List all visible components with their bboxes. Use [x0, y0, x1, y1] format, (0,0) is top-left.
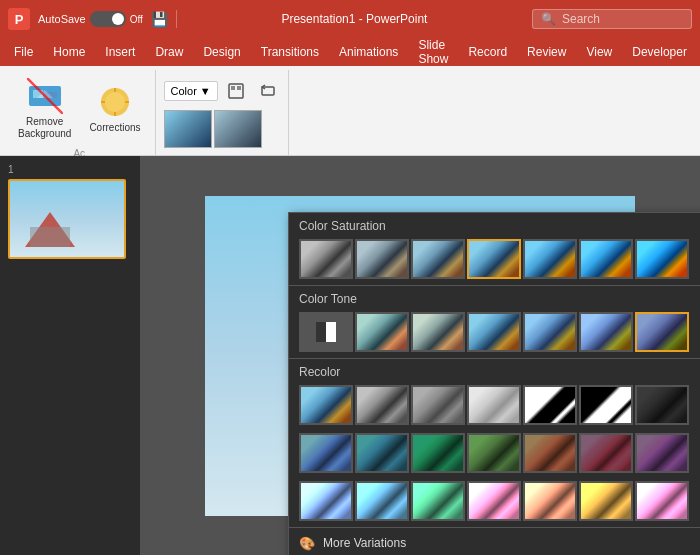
color-saturation-row — [289, 237, 700, 285]
ribbon-group-adjust: RemoveBackground Corrections Ac — [4, 70, 156, 155]
menu-review[interactable]: Review — [517, 41, 576, 63]
separator — [176, 10, 177, 28]
save-icon[interactable]: 💾 — [151, 11, 168, 27]
color-tone-row — [289, 310, 700, 358]
app-logo: P — [8, 8, 30, 30]
menu-record[interactable]: Record — [458, 41, 517, 63]
recolor-rose-light[interactable] — [635, 481, 689, 521]
corrections-button[interactable]: Corrections — [81, 80, 148, 138]
ribbon: RemoveBackground Corrections Ac — [0, 66, 700, 156]
menu-animations[interactable]: Animations — [329, 41, 408, 63]
slide-number: 1 — [8, 164, 132, 175]
saturation-swatch-0[interactable] — [299, 239, 353, 279]
color-dropdown-button[interactable]: Color ▼ — [164, 81, 218, 101]
color-swatch-preview-1 — [164, 110, 212, 148]
tone-swatch-3[interactable] — [411, 312, 465, 352]
search-box[interactable]: 🔍 — [532, 9, 692, 29]
menu-file[interactable]: File — [4, 41, 43, 63]
toggle-off-label: Off — [130, 14, 143, 25]
more-variations-icon: 🎨 — [299, 535, 315, 551]
svg-rect-16 — [30, 227, 70, 247]
recolor-black[interactable] — [523, 385, 577, 425]
saturation-swatch-66[interactable] — [411, 239, 465, 279]
menu-bar: File Home Insert Draw Design Transitions… — [0, 38, 700, 66]
autosave-label: AutoSave — [38, 13, 86, 25]
menu-design[interactable]: Design — [193, 41, 250, 63]
slide-panel: 1 — [0, 156, 140, 555]
remove-bg-icon — [27, 78, 63, 114]
menu-view[interactable]: View — [576, 41, 622, 63]
color-label: Color — [171, 85, 197, 97]
recolor-title: Recolor — [289, 359, 700, 383]
tone-swatch-6[interactable] — [579, 312, 633, 352]
slide-thumbnail[interactable] — [8, 179, 126, 259]
recolor-teal[interactable] — [355, 433, 409, 473]
chevron-down-icon: ▼ — [200, 85, 211, 97]
menu-slideshow[interactable]: Slide Show — [408, 34, 458, 70]
svg-rect-18 — [326, 322, 336, 342]
ribbon-small-row: RemoveBackground Corrections — [10, 74, 149, 144]
recolor-grayscale[interactable] — [355, 385, 409, 425]
recolor-orange-light[interactable] — [523, 481, 577, 521]
color-tone-title: Color Tone — [289, 286, 700, 310]
ribbon-group-color: Color ▼ — [158, 70, 289, 155]
recolor-row-1 — [289, 383, 700, 431]
recolor-blue[interactable] — [299, 433, 353, 473]
recolor-gold-light[interactable] — [579, 481, 633, 521]
saturation-swatch-133[interactable] — [523, 239, 577, 279]
canvas-area: The WindowsClub k to a Click to add Colo… — [140, 156, 700, 555]
recolor-row-3 — [289, 479, 700, 527]
recolor-row-2 — [289, 431, 700, 479]
search-input[interactable] — [562, 12, 682, 26]
recolor-dark-1[interactable] — [635, 385, 689, 425]
autosave-toggle[interactable] — [90, 11, 126, 27]
corrections-icon — [97, 84, 133, 120]
tone-swatch-5[interactable] — [523, 312, 577, 352]
more-variations-label: More Variations — [323, 536, 406, 550]
recolor-red-dark[interactable] — [579, 433, 633, 473]
tone-swatch-2[interactable] — [355, 312, 409, 352]
recolor-green-light[interactable] — [411, 481, 465, 521]
remove-bg-label: RemoveBackground — [18, 116, 71, 140]
svg-rect-17 — [316, 322, 326, 342]
recolor-olive[interactable] — [467, 433, 521, 473]
svg-rect-12 — [231, 86, 235, 90]
recolor-yellow-light[interactable] — [467, 481, 521, 521]
search-icon: 🔍 — [541, 12, 556, 26]
recolor-washout[interactable] — [467, 385, 521, 425]
autosave-area: AutoSave Off — [38, 11, 143, 27]
saturation-swatch-166[interactable] — [579, 239, 633, 279]
recolor-sepia[interactable] — [411, 385, 465, 425]
recolor-purple-dark[interactable] — [635, 433, 689, 473]
title-bar: P AutoSave Off 💾 Presentation1 - PowerPo… — [0, 0, 700, 38]
main-area: 1 The WindowsClub k to a Click to add — [0, 156, 700, 555]
picture-layout-button[interactable] — [222, 78, 250, 104]
saturation-swatch-100[interactable] — [467, 239, 521, 279]
recolor-blue-light[interactable] — [299, 481, 353, 521]
tone-swatch-7[interactable] — [635, 312, 689, 352]
color-dropdown-panel: Color Saturation Color Tone — [288, 212, 700, 555]
color-saturation-title: Color Saturation — [289, 213, 700, 237]
tone-swatch-4[interactable] — [467, 312, 521, 352]
reset-picture-button[interactable] — [254, 78, 282, 104]
recolor-white[interactable] — [579, 385, 633, 425]
more-variations-item[interactable]: 🎨 More Variations › — [289, 528, 700, 555]
menu-draw[interactable]: Draw — [145, 41, 193, 63]
tone-swatch-1[interactable] — [299, 312, 353, 352]
menu-developer[interactable]: Developer — [622, 41, 697, 63]
menu-insert[interactable]: Insert — [95, 41, 145, 63]
color-swatch-preview-2 — [214, 110, 262, 148]
corrections-label: Corrections — [89, 122, 140, 134]
window-title: Presentation1 - PowerPoint — [185, 12, 524, 26]
saturation-swatch-33[interactable] — [355, 239, 409, 279]
slide-thumb-content — [10, 181, 124, 257]
saturation-swatch-200[interactable] — [635, 239, 689, 279]
recolor-none[interactable] — [299, 385, 353, 425]
menu-home[interactable]: Home — [43, 41, 95, 63]
remove-background-button[interactable]: RemoveBackground — [10, 74, 79, 144]
svg-point-6 — [105, 92, 125, 112]
recolor-teal-light[interactable] — [355, 481, 409, 521]
recolor-green-dark[interactable] — [411, 433, 465, 473]
recolor-orange-dark[interactable] — [523, 433, 577, 473]
menu-transitions[interactable]: Transitions — [251, 41, 329, 63]
